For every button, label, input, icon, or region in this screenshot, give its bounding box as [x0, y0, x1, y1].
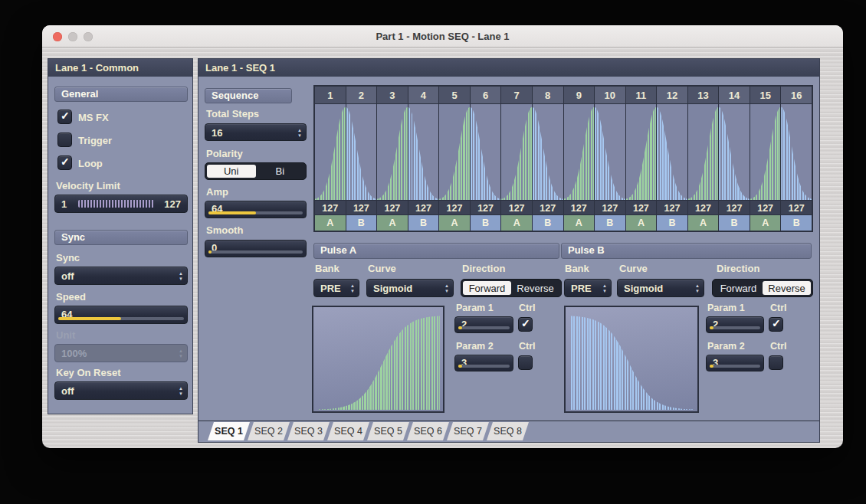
step-value[interactable]: 127: [719, 200, 750, 215]
step-value[interactable]: 127: [346, 200, 377, 215]
step-pulse-select[interactable]: B: [346, 215, 377, 231]
tab-seq-2[interactable]: SEQ 2: [248, 422, 290, 440]
pulse-b-param2-ctrl-checkbox[interactable]: ✓: [769, 355, 783, 370]
pulse-b-param2-track[interactable]: [710, 365, 760, 368]
step-bar-area[interactable]: [750, 104, 781, 200]
step-bar-area[interactable]: [657, 104, 687, 200]
step-bar-area[interactable]: [471, 104, 501, 200]
step-value[interactable]: 127: [626, 200, 657, 215]
step-bar-area[interactable]: [719, 104, 750, 200]
step-value[interactable]: 127: [315, 200, 346, 215]
pulse-b-param1-track[interactable]: [710, 326, 760, 329]
tab-seq-6[interactable]: SEQ 6: [407, 422, 449, 440]
pulse-b-direction-toggle[interactable]: Forward Reverse: [712, 279, 813, 297]
step-value[interactable]: 127: [471, 200, 501, 215]
step-value[interactable]: 127: [750, 200, 781, 215]
pulse-b-bank-select[interactable]: PRE ▲▼: [564, 279, 612, 297]
step-value[interactable]: 127: [781, 200, 812, 215]
step-value[interactable]: 127: [377, 200, 408, 215]
step-pulse-select[interactable]: B: [533, 215, 563, 231]
spinner-icon[interactable]: ▲▼: [350, 283, 355, 293]
step-bar-area[interactable]: [626, 104, 657, 200]
step-pulse-select[interactable]: B: [595, 215, 625, 231]
spinner-icon[interactable]: ▲▼: [179, 271, 183, 281]
step-value[interactable]: 127: [501, 200, 532, 215]
step-pulse-select[interactable]: B: [719, 215, 750, 231]
pulse-a-param2-track[interactable]: [458, 365, 510, 368]
spinner-icon[interactable]: ▲▼: [695, 283, 700, 293]
pulse-a-param1-track[interactable]: [458, 326, 510, 329]
polarity-toggle[interactable]: Uni Bi: [205, 162, 307, 180]
titlebar[interactable]: Part 1 - Motion SEQ - Lane 1: [42, 25, 843, 47]
pulse-a-param1-slider[interactable]: 2: [454, 316, 513, 333]
polarity-option-uni[interactable]: Uni: [207, 165, 256, 178]
amp-slider[interactable]: 64: [205, 201, 307, 218]
smooth-track[interactable]: [208, 250, 303, 254]
step-pulse-select[interactable]: A: [626, 215, 657, 231]
step-value[interactable]: 127: [657, 200, 687, 215]
sync-select[interactable]: off ▲▼: [54, 267, 188, 285]
speed-slider[interactable]: 64: [54, 306, 188, 324]
step-bar-area[interactable]: [501, 104, 532, 200]
spinner-icon[interactable]: ▲▼: [297, 127, 302, 137]
step-value[interactable]: 127: [408, 200, 439, 215]
step-bar-area[interactable]: [781, 104, 812, 200]
spinner-icon[interactable]: ▲▼: [602, 283, 607, 293]
spinner-icon[interactable]: ▲▼: [179, 386, 183, 396]
step-value[interactable]: 127: [533, 200, 563, 215]
step-bar-area[interactable]: [408, 104, 439, 200]
ms-fx-checkbox[interactable]: ✓: [57, 110, 72, 124]
trigger-checkbox[interactable]: ✓: [57, 133, 72, 147]
step-pulse-select[interactable]: A: [688, 215, 719, 231]
pulse-a-param2-ctrl-checkbox[interactable]: ✓: [518, 355, 533, 370]
step-pulse-select[interactable]: A: [750, 215, 781, 231]
pulse-b-direction-reverse[interactable]: Reverse: [763, 281, 811, 295]
pulse-b-param2-slider[interactable]: 3: [706, 355, 764, 371]
step-pulse-select[interactable]: A: [315, 215, 346, 231]
step-bar-area[interactable]: [688, 104, 719, 200]
step-bar-area[interactable]: [564, 104, 595, 200]
speed-track[interactable]: [58, 317, 184, 320]
tab-seq-5[interactable]: SEQ 5: [367, 422, 409, 440]
pulse-b-curve-select[interactable]: Sigmoid ▲▼: [617, 279, 704, 297]
step-pulse-select[interactable]: A: [501, 215, 532, 231]
smooth-slider[interactable]: 0: [205, 240, 307, 257]
velocity-limit-range[interactable]: 1 127: [54, 195, 188, 213]
pulse-a-param2-slider[interactable]: 3: [454, 355, 513, 371]
step-value[interactable]: 127: [439, 200, 470, 215]
tab-seq-3[interactable]: SEQ 3: [287, 422, 330, 440]
total-steps-select[interactable]: 16 ▲▼: [205, 123, 307, 141]
step-pulse-select[interactable]: A: [439, 215, 470, 231]
pulse-a-bank-select[interactable]: PRE ▲▼: [313, 279, 359, 297]
step-bar-area[interactable]: [346, 104, 377, 200]
step-bar-area[interactable]: [439, 104, 470, 200]
pulse-a-direction-reverse[interactable]: Reverse: [511, 281, 559, 295]
step-bar-area[interactable]: [533, 104, 563, 200]
step-pulse-select[interactable]: A: [564, 215, 595, 231]
amp-track[interactable]: [208, 211, 303, 214]
tab-seq-4[interactable]: SEQ 4: [327, 422, 369, 440]
key-on-reset-select[interactable]: off ▲▼: [54, 381, 188, 400]
tab-seq-8[interactable]: SEQ 8: [487, 422, 529, 440]
pulse-b-param1-slider[interactable]: 2: [706, 316, 764, 333]
step-pulse-select[interactable]: B: [408, 215, 439, 231]
step-bar-area[interactable]: [595, 104, 625, 200]
pulse-b-param1-ctrl-checkbox[interactable]: ✓: [769, 317, 783, 332]
pulse-a-param1-ctrl-checkbox[interactable]: ✓: [518, 317, 533, 332]
pulse-b-direction-forward[interactable]: Forward: [714, 281, 763, 295]
polarity-option-bi[interactable]: Bi: [256, 165, 305, 178]
tab-seq-7[interactable]: SEQ 7: [447, 422, 489, 440]
step-pulse-select[interactable]: B: [471, 215, 501, 231]
step-pulse-select[interactable]: A: [377, 215, 408, 231]
pulse-a-curve-select[interactable]: Sigmoid ▲▼: [366, 279, 454, 297]
loop-checkbox[interactable]: ✓: [57, 155, 72, 170]
step-value[interactable]: 127: [595, 200, 625, 215]
step-pulse-select[interactable]: B: [657, 215, 687, 231]
pulse-a-direction-toggle[interactable]: Forward Reverse: [461, 279, 562, 297]
velocity-limit-bar[interactable]: [78, 200, 155, 208]
pulse-a-direction-forward[interactable]: Forward: [463, 281, 511, 295]
step-value[interactable]: 127: [564, 200, 595, 215]
tab-seq-1[interactable]: SEQ 1: [208, 422, 250, 440]
spinner-icon[interactable]: ▲▼: [444, 283, 449, 293]
step-bar-area[interactable]: [315, 104, 346, 200]
